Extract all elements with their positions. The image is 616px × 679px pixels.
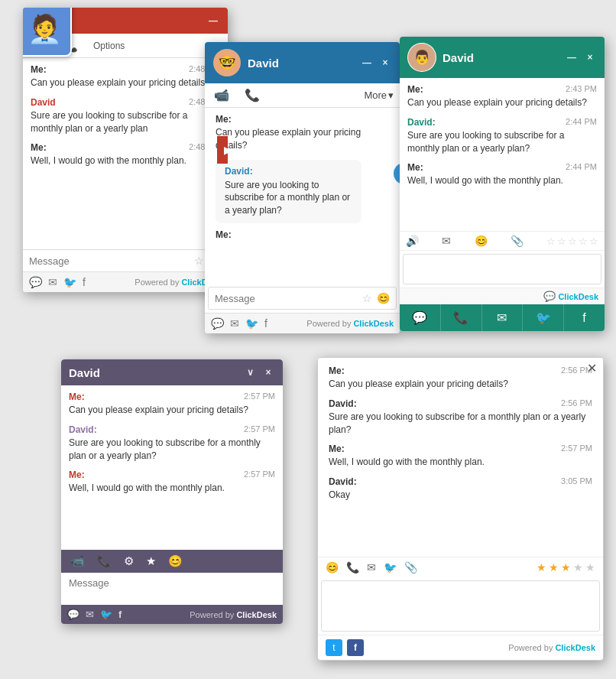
msg-time: 2:44 PM	[566, 117, 597, 128]
chat-icon[interactable]: 💬	[67, 609, 79, 620]
msg-text: Well, I would go with the monthly plan.	[31, 154, 220, 167]
attachment-icon[interactable]: 📎	[511, 235, 524, 247]
options-label[interactable]: Options	[90, 39, 128, 53]
facebook-icon[interactable]: f	[347, 639, 364, 656]
chat-tab[interactable]: 💬	[400, 304, 441, 331]
message-group: Me: 2:57 PM Can you please explain your …	[69, 391, 275, 417]
win2-input-area: ☆ 😊	[208, 287, 397, 310]
msg-author: Me:	[216, 229, 232, 240]
msg-time: 2:57 PM	[244, 391, 275, 402]
win1-footer: 💬 ✉ 🐦 f Powered by ClickDesk	[23, 271, 228, 292]
footer-brand: 💬 ClickDesk	[543, 291, 598, 302]
facebook-icon[interactable]: f	[264, 317, 267, 330]
settings-icon[interactable]: ⚙	[124, 554, 134, 568]
twitter-icon[interactable]: 🐦	[245, 317, 258, 330]
twitter-icon[interactable]: 🐦	[384, 561, 397, 573]
video-icon[interactable]: 📹	[211, 86, 232, 104]
message-group: Me: Can you please explain your pricing …	[216, 114, 389, 152]
message-input[interactable]	[329, 586, 592, 624]
msg-text: Sure are you looking to subscribe for a …	[69, 437, 275, 463]
twitter-tab[interactable]: 🐦	[523, 304, 564, 331]
star-filled-2[interactable]: ★	[549, 561, 559, 573]
msg-time: 2:43 PM	[566, 84, 597, 95]
star-filled-1[interactable]: ★	[537, 561, 546, 573]
email-icon[interactable]: ✉	[367, 561, 376, 573]
phone-tab[interactable]: 📞	[441, 304, 482, 331]
facebook-icon[interactable]: f	[83, 276, 86, 288]
message-group: Me: 2:48 PM Well, I would go with the mo…	[31, 142, 220, 167]
star-empty-4[interactable]: ★	[573, 561, 583, 573]
message-group: Me: 2:48 PM Can you please explain your …	[31, 64, 220, 89]
star-1[interactable]: ☆	[546, 236, 556, 247]
message-group: David: 2:57 PM Sure are you looking to s…	[69, 424, 275, 463]
facebook-tab[interactable]: f	[564, 304, 605, 331]
emoji-icon[interactable]: 😊	[377, 292, 390, 304]
emoji-icon[interactable]: 😊	[475, 235, 488, 247]
win3-stars-row: 🔊 ✉ 😊 📎 ☆ ☆ ☆ ☆ ☆	[400, 231, 605, 251]
chat-window-4: David ∨ × Me: 2:57 PM Can you please exp…	[61, 359, 283, 624]
msg-author: Me:	[31, 142, 47, 153]
msg-text: Can you please explain your pricing deta…	[216, 126, 389, 152]
star-3[interactable]: ☆	[568, 236, 577, 247]
star-empty-5[interactable]: ★	[585, 561, 595, 573]
facebook-icon[interactable]: f	[118, 609, 122, 620]
star-filled-3[interactable]: ★	[561, 561, 571, 573]
email-icon[interactable]: ✉	[230, 317, 239, 330]
twitter-icon[interactable]: 🐦	[100, 609, 112, 620]
twitter-icon[interactable]: t	[326, 639, 342, 656]
email-icon[interactable]: ✉	[86, 609, 94, 620]
win4-title: David	[69, 366, 100, 379]
win1-messages: Me: 2:48 PM Can you please explain your …	[23, 58, 228, 249]
message-group: Me: 2:44 PM Well, I would go with the mo…	[407, 162, 597, 187]
star-4[interactable]: ☆	[579, 236, 588, 247]
minimize-button[interactable]: —	[360, 56, 374, 70]
msg-author: Me:	[69, 391, 85, 402]
message-group: Me: 2:43 PM Can you please explain your …	[407, 84, 597, 109]
emoji-icon[interactable]: 😊	[168, 554, 183, 568]
minimize-button[interactable]: —	[206, 14, 220, 28]
message-group: David: 3:05 PM Okay	[329, 476, 592, 502]
msg-time: 2:57 PM	[244, 469, 275, 480]
message-input[interactable]	[215, 293, 359, 304]
brand-name: ClickDesk	[236, 610, 277, 619]
message-input[interactable]	[29, 255, 191, 267]
message-group: David 2:48 PM Sure are you looking to su…	[31, 97, 220, 135]
close-button[interactable]: ×	[261, 365, 275, 379]
star-5[interactable]: ☆	[589, 236, 598, 247]
close-button[interactable]: ×	[583, 50, 597, 64]
expand-button[interactable]: ▶	[217, 136, 228, 164]
email-tab[interactable]: ✉	[482, 304, 524, 331]
phone-icon[interactable]: 📞	[346, 561, 359, 573]
win3-title: David	[443, 51, 474, 64]
phone-icon[interactable]: 📞	[97, 554, 112, 568]
win4-input-area	[61, 573, 283, 605]
more-dropdown[interactable]: More ▾	[364, 89, 394, 101]
close-button[interactable]: ✕	[587, 361, 597, 375]
message-input[interactable]	[69, 577, 275, 589]
attachment-icon[interactable]: 📎	[404, 561, 417, 573]
msg-text: Well, I would go with the monthly plan.	[407, 174, 597, 187]
msg-text: Can you please explain your pricing deta…	[69, 404, 275, 417]
message-group: Me:	[216, 229, 389, 240]
video-icon[interactable]: 📹	[70, 554, 85, 568]
msg-author: David:	[407, 117, 436, 128]
phone-icon[interactable]: 📞	[242, 86, 263, 104]
minimize-button[interactable]: ∨	[243, 365, 257, 379]
email-icon[interactable]: ✉	[48, 276, 57, 288]
twitter-icon[interactable]: 🐦	[63, 276, 76, 288]
chat-icon[interactable]: 💬	[211, 317, 224, 330]
msg-time: 3:05 PM	[561, 476, 592, 487]
email-icon[interactable]: ✉	[442, 235, 451, 247]
star-2[interactable]: ☆	[557, 236, 566, 247]
chat-icon[interactable]: 💬	[29, 276, 42, 288]
message-group: David: 2:56 PM Sure are you looking to s…	[329, 398, 592, 437]
emoji-icon[interactable]: 😊	[326, 561, 339, 573]
star-icon[interactable]: ★	[146, 554, 156, 568]
david-label: David:	[225, 166, 352, 177]
minimize-button[interactable]: —	[565, 50, 579, 64]
speaker-icon[interactable]: 🔊	[406, 235, 419, 247]
msg-text: Can you please explain your pricing deta…	[31, 76, 220, 89]
more-label: More	[364, 89, 387, 101]
close-button[interactable]: ×	[378, 56, 392, 70]
win5-input-area[interactable]	[321, 580, 600, 632]
